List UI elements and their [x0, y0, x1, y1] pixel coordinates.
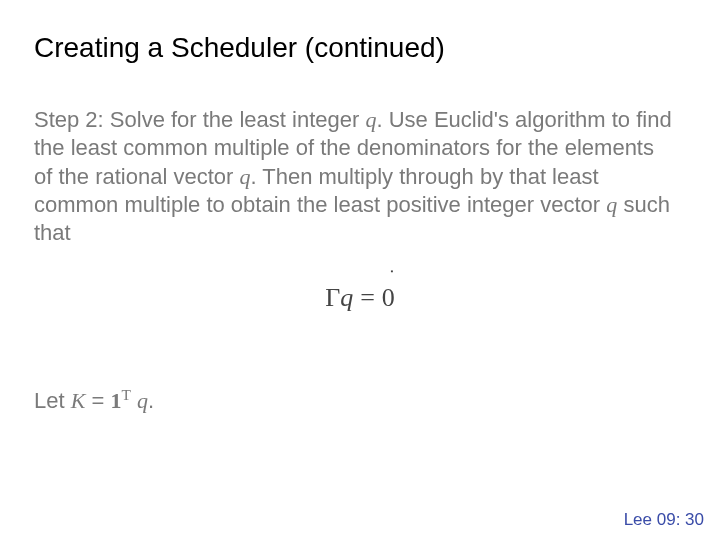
- slide-footer: Lee 09: 30: [624, 510, 704, 530]
- vector-mark-icon: ॱ: [389, 269, 395, 287]
- let-period: .: [148, 388, 154, 413]
- symbol-gamma: Γ: [325, 283, 340, 312]
- let-eq: =: [85, 388, 110, 413]
- variable-q-2: q: [239, 164, 250, 189]
- body-paragraph: Step 2: Solve for the least integer q. U…: [34, 106, 674, 247]
- equals-sign: =: [360, 283, 375, 312]
- variable-q-let: q: [137, 388, 148, 413]
- let-line: Let K = 1T q.: [34, 385, 686, 415]
- equation-inner: Γq=0 ॱ: [325, 283, 395, 313]
- zero: 0: [382, 283, 395, 312]
- slide: Creating a Scheduler (continued) Step 2:…: [0, 0, 720, 540]
- slide-title: Creating a Scheduler (continued): [34, 32, 686, 64]
- equation: Γq=0 ॱ: [34, 283, 686, 333]
- let-pre: Let: [34, 388, 71, 413]
- variable-K: K: [71, 388, 86, 413]
- variable-q-eq: q: [340, 283, 353, 312]
- variable-q-1: q: [365, 107, 376, 132]
- body-text-1: Step 2: Solve for the least integer: [34, 107, 365, 132]
- transpose-T: T: [121, 386, 130, 403]
- variable-q-3: q: [606, 192, 617, 217]
- vector-one: 1: [110, 388, 121, 413]
